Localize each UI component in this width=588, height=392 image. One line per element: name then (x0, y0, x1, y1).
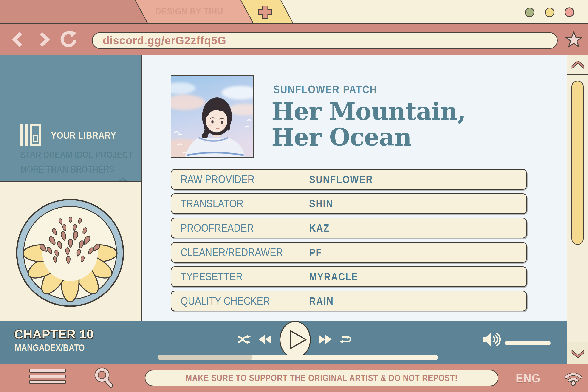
url-bar[interactable]: discord.gg/erG2zffq5G (92, 32, 558, 49)
scroll-down-button[interactable] (567, 342, 588, 364)
credit-role: TRANSLATOR (180, 194, 254, 213)
scroll-up-icon (571, 61, 585, 69)
star-icon[interactable] (565, 31, 582, 48)
refresh-icon[interactable] (58, 30, 77, 49)
group-name: SUNFLOWER PATCH (273, 83, 394, 96)
sidebar-lower-panel (0, 182, 142, 320)
repeat-icon[interactable] (339, 334, 352, 344)
page-title-line2: Her Ocean (272, 123, 412, 151)
credit-row-cleaner-redrawer: CLEANER/REDRAWER PF (171, 242, 527, 263)
rewind-icon[interactable] (258, 334, 272, 345)
support-message-banner: MAKE SURE TO SUPPORT THE ORIGINAL ARTIST… (145, 370, 498, 386)
credit-role: RAW PROVIDER (180, 170, 266, 189)
chapter-label: CHAPTER 10 (14, 327, 94, 341)
browser-toolbar: discord.gg/erG2zffq5G (0, 23, 588, 55)
volume-icon[interactable] (482, 332, 502, 347)
url-text: discord.gg/erG2zffq5G (103, 34, 226, 46)
library-icon (19, 124, 41, 146)
wifi-icon[interactable] (563, 370, 584, 386)
credit-role: TYPESETTER (180, 267, 253, 286)
traffic-light-pink[interactable] (565, 8, 574, 16)
status-bar: MAKE SURE TO SUPPORT THE ORIGINAL ARTIST… (0, 364, 588, 392)
sunflower-badge (10, 193, 130, 312)
album-art (171, 75, 254, 158)
tab-strip (0, 0, 588, 23)
scroll-down-icon (571, 349, 585, 358)
credit-name: RAIN (309, 292, 338, 311)
credit-row-proofreader: PROOFREADER KAZ (171, 218, 527, 238)
page-title-line1: Her Mountain, (272, 97, 466, 126)
credit-name: KAZ (309, 218, 333, 238)
credit-name: SUNFLOWER (309, 170, 383, 189)
credit-row-typesetter: TYPESETTER MYRACLE (171, 266, 527, 287)
language-selector[interactable]: ENG (514, 370, 542, 386)
app-window: DESIGN BY TIHU discord.gg/erG2zffq5G YOU… (0, 0, 588, 392)
credit-role: CLEANER/REDRAWER (180, 243, 300, 262)
credit-name: SHIN (309, 194, 337, 213)
sidebar-item-star-dream-idol-project[interactable]: STAR DREAM IDOL PROJECT (20, 150, 151, 160)
fast-forward-icon[interactable] (318, 334, 332, 345)
traffic-light-green[interactable] (525, 8, 534, 17)
credit-name: PF (309, 243, 324, 262)
shuffle-icon[interactable] (237, 334, 252, 345)
source-label: MANGADEX/BATO (15, 343, 96, 353)
credit-row-translator: TRANSLATOR SHIN (171, 193, 527, 214)
traffic-light-yellow[interactable] (545, 8, 554, 17)
scroll-up-button[interactable] (567, 55, 588, 75)
search-icon[interactable] (94, 367, 114, 388)
credit-role: QUALITY CHECKER (180, 292, 284, 311)
sidebar: YOUR LIBRARY STAR DREAM IDOL PROJECT MOR… (0, 55, 142, 182)
forward-icon[interactable] (37, 32, 50, 46)
credit-row-quality-checker: QUALITY CHECKER RAIN (171, 291, 527, 312)
sidebar-item-more-than-brothers[interactable]: MORE THAN BROTHERS (20, 164, 130, 174)
tab-title: DESIGN BY TIHU (138, 0, 241, 23)
scrollbar[interactable] (567, 55, 588, 364)
credit-row-raw-provider: RAW PROVIDER SUNFLOWER (171, 169, 527, 190)
credit-name: MYRACLE (309, 267, 366, 286)
volume-slider[interactable] (504, 341, 550, 345)
progress-fill (158, 355, 252, 360)
play-icon[interactable] (278, 320, 312, 359)
sidebar-header: YOUR LIBRARY (51, 130, 127, 141)
credit-role: PROOFREADER (180, 218, 266, 238)
back-icon[interactable] (11, 32, 25, 46)
scroll-thumb[interactable] (572, 80, 584, 245)
progress-bar[interactable] (158, 355, 438, 360)
